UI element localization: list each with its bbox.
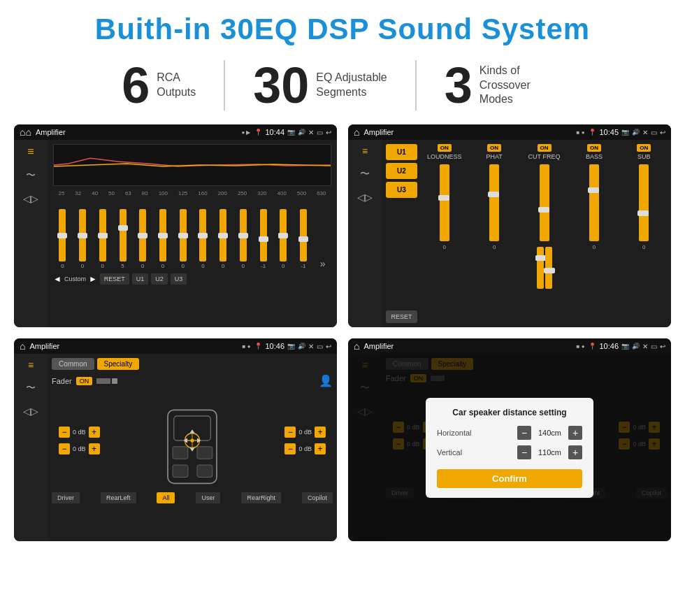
vol-rl-inc[interactable]: + [89,443,100,454]
tab-common[interactable]: Common [52,358,94,370]
channel-loudness: ON LOUDNESS 0 [421,144,467,323]
home-icon-1[interactable]: ⌂ [20,127,31,138]
rect-icon-2: ▭ [651,129,657,136]
rearleft-button[interactable]: RearLeft [101,492,136,503]
eq-icon-1[interactable]: ≡ [27,145,34,158]
screen-fader: ⌂ Amplifier ■ ● 📍 10:46 📷 🔊 ✕ ▭ ↩ ≡ 〜 ◁▷ [14,338,337,541]
vol-fl-dec[interactable]: − [59,427,70,438]
eq-prev-button[interactable]: ◄ [53,274,62,284]
eq-u2-button[interactable]: U2 [151,273,168,285]
wave-icon-2[interactable]: 〜 [360,168,370,180]
eq-slider-9: 0 [240,209,247,269]
back-icon-2[interactable]: ↩ [660,129,665,136]
phat-label: PHAT [486,153,502,160]
svg-rect-4 [197,447,212,459]
copilot-button[interactable]: Copilot [302,492,333,503]
wave-icon-3[interactable]: 〜 [26,382,36,394]
stat-rca-text: RCA Outputs [157,71,196,100]
screen4-time: 10:46 [599,342,619,350]
back-icon-4[interactable]: ↩ [660,343,665,350]
u3-button[interactable]: U3 [386,182,417,198]
vol-controls-left: − 0 dB + − 0 dB + [59,427,100,454]
screen-eq: ⌂ Amplifier ● ▶ 📍 10:44 📷 🔊 ✕ ▭ ↩ ≡ 〜 ◁▷ [14,124,337,327]
vol-row-rl: − 0 dB + [59,443,100,454]
status-bar-3: ⌂ Amplifier ■ ● 📍 10:46 📷 🔊 ✕ ▭ ↩ [14,338,337,354]
user-button[interactable]: User [196,492,220,503]
vol-icon-3[interactable]: ◁▷ [23,406,38,417]
person-icon: 👤 [319,374,333,387]
vol-rr-inc[interactable]: + [315,443,326,454]
fader-header: Fader ON 👤 [52,374,333,387]
eq-icon-2[interactable]: ≡ [362,145,368,157]
confirm-button[interactable]: Confirm [437,469,582,488]
vol-row-fl: − 0 dB + [59,427,100,438]
svg-marker-11 [190,429,195,433]
vol-fr-inc[interactable]: + [315,427,326,438]
fader-tabs: Common Specialty [52,358,333,370]
vol-fl-inc[interactable]: + [89,427,100,438]
svg-rect-6 [197,465,212,478]
vertical-inc-button[interactable]: + [568,445,582,459]
eq-next-button[interactable]: ► [89,274,97,284]
vol-icon-1[interactable]: ◁▷ [23,193,38,204]
rearright-button[interactable]: RearRight [241,492,281,503]
vol-icon-2[interactable]: ◁▷ [357,192,373,203]
eq-reset-button[interactable]: RESET [100,273,129,285]
camera-icon-2: 📷 [621,129,629,136]
page-title: Buith-in 30EQ DSP Sound System [0,0,685,53]
camera-icon-1: 📷 [287,129,295,136]
screen2-content: ≡ 〜 ◁▷ U1 U2 U3 RESET ON LOUDNESS [348,140,671,327]
vol-controls-right: − 0 dB + − 0 dB + [284,427,326,454]
camera-icon-4: 📷 [621,343,629,350]
u1-button[interactable]: U1 [386,144,417,160]
eq-icon-3[interactable]: ≡ [28,359,34,371]
stat-crossover-text: Kinds of Crossover Modes [480,64,563,107]
back-icon-3[interactable]: ↩ [326,343,331,350]
back-icon-1[interactable]: ↩ [326,129,331,136]
driver-button[interactable]: Driver [52,492,80,503]
vol-rr-dec[interactable]: − [284,443,296,454]
screen2-time: 10:45 [599,128,619,136]
car-diagram [150,392,234,489]
screens-grid: ⌂ Amplifier ● ▶ 📍 10:44 📷 🔊 ✕ ▭ ↩ ≡ 〜 ◁▷ [0,117,685,548]
x-icon-2: ✕ [642,129,648,136]
wave-icon-1[interactable]: 〜 [26,169,36,182]
screen-crossover: ⌂ Amplifier ■ ● 📍 10:45 📷 🔊 ✕ ▭ ↩ ≡ 〜 ◁▷ [348,124,671,327]
location-icon-3: 📍 [254,343,262,350]
vol-fr-dec[interactable]: − [284,427,296,438]
dialog-title: Car speaker distance setting [437,408,582,417]
vertical-dec-button[interactable]: − [517,445,531,459]
eq-u3-button[interactable]: U3 [171,273,187,285]
eq-u1-button[interactable]: U1 [132,273,149,285]
location-icon-2: 📍 [589,129,596,136]
screen2-title: Amplifier [363,128,572,136]
home-icon-4[interactable]: ⌂ [354,341,359,352]
home-icon-2[interactable]: ⌂ [354,127,359,138]
channel-bass: ON BASS 0 [571,144,616,323]
screen1-title: Amplifier [36,128,237,136]
tab-specialty[interactable]: Specialty [97,358,140,370]
screen1-sidebar: ≡ 〜 ◁▷ [14,140,48,327]
screen3-sidebar: ≡ 〜 ◁▷ [14,354,48,541]
status-icons-2: 📍 10:45 📷 🔊 ✕ ▭ ↩ [589,128,665,136]
rect-icon-1: ▭ [317,129,323,136]
channel-phat: ON PHAT 0 [471,144,517,323]
vol-rl-dec[interactable]: − [59,443,70,454]
eq-slider-1: 0 [79,209,86,269]
stats-row: 6 RCA Outputs 30 EQ Adjustable Segments … [0,53,685,117]
horizontal-dec-button[interactable]: − [517,426,531,440]
all-button[interactable]: All [157,492,175,503]
dialog-vertical-row: Vertical − 110cm + [437,445,582,459]
crossover-reset-button[interactable]: RESET [386,310,417,323]
stat-eq-number: 30 [253,60,309,110]
vol-fl-value: 0 dB [73,429,86,436]
horizontal-inc-button[interactable]: + [568,426,582,440]
location-icon-1: 📍 [254,129,262,136]
horizontal-label: Horizontal [437,429,472,437]
eq-slider-5: 0 [159,209,166,269]
home-icon-3[interactable]: ⌂ [20,341,25,352]
screen3-dots: ■ ● [243,343,251,350]
screen1-time: 10:44 [265,128,284,136]
u2-button[interactable]: U2 [386,163,417,179]
cutfreq-label: CUT FREQ [528,153,561,160]
